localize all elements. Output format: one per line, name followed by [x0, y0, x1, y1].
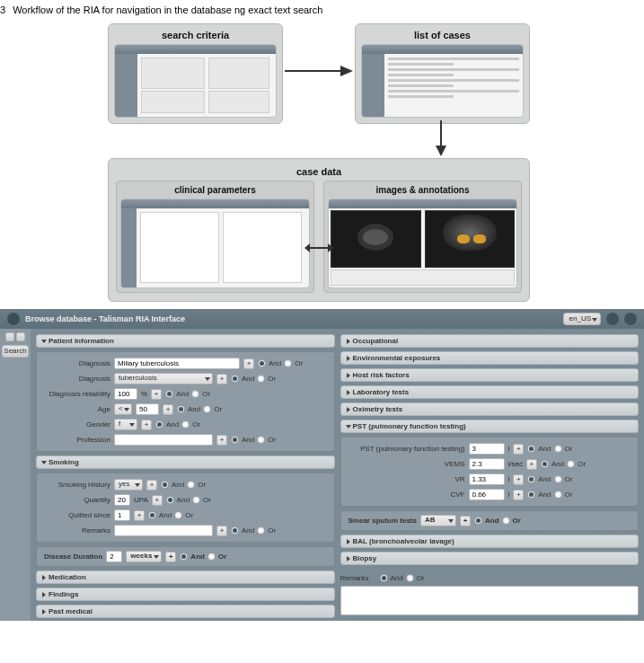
add-button[interactable]: +: [513, 444, 524, 455]
radio-and[interactable]: [177, 405, 185, 413]
smoking-history-select[interactable]: yes: [114, 479, 143, 491]
quitted-since-input[interactable]: [114, 509, 130, 521]
add-button[interactable]: +: [526, 459, 537, 470]
svg-marker-6: [328, 243, 333, 252]
vr-input[interactable]: [469, 473, 505, 485]
refresh-icon[interactable]: [606, 313, 619, 325]
radio-and[interactable]: [231, 436, 239, 444]
radio-or[interactable]: [502, 517, 510, 525]
section-pst[interactable]: PST (pulmonary function testing): [340, 420, 640, 433]
section-medication[interactable]: Medication: [36, 570, 335, 584]
add-button[interactable]: +: [141, 420, 152, 430]
add-button[interactable]: +: [216, 435, 227, 446]
wf-search-label: search criteria: [114, 30, 277, 40]
language-select[interactable]: en_US: [563, 313, 601, 325]
quantity-unit: UPA: [134, 496, 148, 504]
radio-and[interactable]: [258, 359, 266, 367]
add-button[interactable]: +: [165, 552, 176, 562]
label-vems: VEMS: [348, 460, 465, 468]
section-findings[interactable]: Findings: [36, 588, 335, 601]
add-button[interactable]: +: [216, 526, 227, 536]
radio-and[interactable]: [180, 552, 188, 561]
figure-number: 3: [0, 4, 5, 16]
radio-or[interactable]: [181, 420, 190, 429]
radio-or[interactable]: [257, 436, 265, 444]
radio-or[interactable]: [257, 526, 265, 535]
radio-and[interactable]: [165, 390, 173, 398]
radio-and[interactable]: [155, 420, 163, 429]
radio-and[interactable]: [541, 460, 549, 468]
age-op-select[interactable]: <: [114, 403, 132, 415]
section-smoking[interactable]: Smoking: [36, 455, 335, 469]
radio-or[interactable]: [284, 359, 292, 367]
chevron-down-icon: [448, 519, 454, 523]
vems-input[interactable]: [469, 458, 505, 470]
radio-and[interactable]: [474, 517, 482, 525]
disease-duration-input[interactable]: [106, 551, 122, 562]
radio-or[interactable]: [203, 405, 211, 413]
radio-and[interactable]: [148, 511, 156, 519]
add-button[interactable]: +: [216, 374, 227, 385]
remarks-input[interactable]: [114, 525, 213, 536]
radio-or[interactable]: [174, 511, 182, 519]
profession-input[interactable]: [114, 434, 213, 446]
age-input[interactable]: [136, 403, 159, 415]
radio-or[interactable]: [406, 574, 414, 582]
pst-input[interactable]: [469, 443, 505, 455]
section-past-medical[interactable]: Past medical: [36, 605, 335, 618]
section-biopsy[interactable]: Biopsy: [340, 552, 640, 565]
radio-or[interactable]: [554, 475, 562, 483]
diagnosis-input[interactable]: [114, 358, 240, 369]
add-button[interactable]: +: [134, 510, 145, 521]
wf-images-box: images & annotations: [323, 181, 522, 293]
section-bal[interactable]: BAL (bronchoalveolar lavage): [340, 535, 640, 548]
panel-pst: PST (pulmonary function testing)l+AndOr …: [340, 437, 640, 507]
section-host-risk-factors[interactable]: Host risk factors: [340, 368, 640, 382]
label-gender: Gender: [44, 420, 110, 429]
section-laboratory-tests[interactable]: Laboratory tests: [340, 385, 640, 399]
radio-and[interactable]: [231, 526, 239, 535]
radio-or[interactable]: [191, 390, 199, 398]
radio-and[interactable]: [527, 491, 535, 499]
rail-chip[interactable]: [5, 332, 14, 341]
add-button[interactable]: +: [513, 474, 524, 485]
radio-or[interactable]: [257, 375, 265, 383]
radio-or[interactable]: [554, 491, 562, 499]
rail-chip[interactable]: [16, 332, 25, 341]
add-button[interactable]: +: [151, 389, 162, 400]
radio-or[interactable]: [187, 481, 195, 489]
section-patient-information[interactable]: Patient Information: [36, 334, 335, 348]
diagnosis-select[interactable]: tuberculosis: [114, 373, 213, 385]
cvf-input[interactable]: [469, 489, 505, 500]
remarks-textarea[interactable]: [340, 586, 640, 615]
radio-and[interactable]: [527, 475, 535, 483]
radio-and[interactable]: [527, 445, 535, 453]
home-icon[interactable]: [7, 313, 20, 325]
add-button[interactable]: +: [152, 495, 163, 506]
section-occupational[interactable]: Occupational: [340, 334, 640, 348]
smear-select[interactable]: AB: [420, 515, 456, 526]
add-button[interactable]: +: [513, 490, 524, 500]
radio-and[interactable]: [380, 574, 388, 582]
radio-and[interactable]: [231, 375, 239, 383]
add-button[interactable]: +: [243, 358, 254, 369]
help-icon[interactable]: [624, 313, 637, 325]
chevron-down-icon: [124, 408, 129, 411]
radio-or[interactable]: [567, 460, 575, 468]
search-button[interactable]: Search: [2, 345, 29, 358]
radio-and[interactable]: [166, 496, 174, 504]
add-button[interactable]: +: [146, 480, 157, 491]
radio-or[interactable]: [192, 496, 200, 504]
radio-or[interactable]: [207, 552, 216, 561]
add-button[interactable]: +: [460, 516, 471, 526]
section-oximetry-tests[interactable]: Oximetry tests: [340, 402, 640, 416]
quantity-input[interactable]: [114, 494, 130, 506]
section-environmental[interactable]: Environmental exposures: [340, 351, 640, 365]
label-diagnosis-reliability: Diagnosis reliability: [44, 390, 110, 398]
radio-or[interactable]: [554, 445, 562, 453]
radio-and[interactable]: [161, 481, 169, 489]
gender-select[interactable]: f: [114, 419, 137, 430]
disease-duration-unit-select[interactable]: weeks: [126, 551, 162, 562]
diag-reliability-input[interactable]: [114, 388, 137, 400]
add-button[interactable]: +: [163, 404, 173, 415]
